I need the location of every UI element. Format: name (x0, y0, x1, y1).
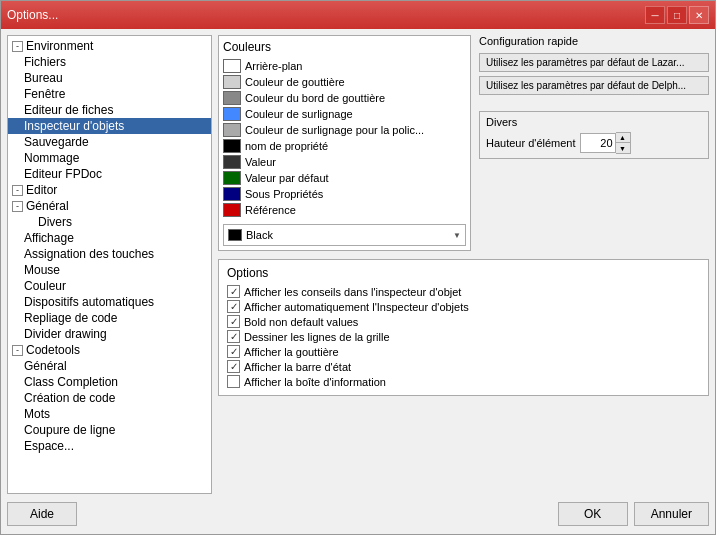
hauteur-label: Hauteur d'élément (486, 137, 576, 149)
color-swatch-value (223, 155, 241, 169)
tree-item-label: Fenêtre (24, 87, 65, 101)
tree-group-general[interactable]: - Général (8, 198, 211, 214)
option-checkbox-bold[interactable] (227, 315, 240, 328)
divers-panel: Divers Hauteur d'élément ▲ ▼ (479, 111, 709, 159)
tree-item-editeur-fiches[interactable]: Editeur de fiches (8, 102, 211, 118)
option-label-barre-etat: Afficher la barre d'état (244, 361, 351, 373)
tree-item-divers[interactable]: Divers (8, 214, 211, 230)
option-checkbox-barre-etat[interactable] (227, 360, 240, 373)
option-row-boite-info: Afficher la boîte d'information (227, 374, 700, 389)
option-row-barre-etat: Afficher la barre d'état (227, 359, 700, 374)
config-btn-lazar[interactable]: Utilisez les paramètres par défaut de La… (479, 53, 709, 72)
aide-button[interactable]: Aide (7, 502, 77, 526)
option-checkbox-boite-info[interactable] (227, 375, 240, 388)
tree-item-inspecteur[interactable]: Inspecteur d'objets (8, 118, 211, 134)
spin-up-button[interactable]: ▲ (616, 133, 630, 143)
color-row-bg[interactable]: Arrière-plan (223, 58, 466, 74)
option-checkbox-auto-inspecteur[interactable] (227, 300, 240, 313)
tree-item-label: Repliage de code (24, 311, 117, 325)
tree-item-label: Espace... (24, 439, 74, 453)
tree-item-nommage[interactable]: Nommage (8, 150, 211, 166)
option-label-bold: Bold non default values (244, 316, 358, 328)
color-row-reference[interactable]: Référence (223, 202, 466, 218)
title-bar: Options... ─ □ ✕ (1, 1, 715, 29)
color-label-default-value: Valeur par défaut (245, 172, 329, 184)
tree-group-editor[interactable]: - Editor (8, 182, 211, 198)
window-title: Options... (7, 8, 645, 22)
tree-item-label: Editeur FPDoc (24, 167, 102, 181)
tree-item-divider[interactable]: Divider drawing (8, 326, 211, 342)
color-label-bg: Arrière-plan (245, 60, 302, 72)
tree-group-codetools[interactable]: - Codetools (8, 342, 211, 358)
color-swatch-default-value (223, 171, 241, 185)
tree-item-bureau[interactable]: Bureau (8, 70, 211, 86)
option-checkbox-conseils[interactable] (227, 285, 240, 298)
hauteur-input[interactable] (580, 133, 616, 153)
tree-item-label: Général (24, 359, 67, 373)
tree-item-label: Inspecteur d'objets (24, 119, 124, 133)
options-title: Options (227, 266, 700, 280)
color-select-row: Black ▼ (223, 224, 466, 246)
color-row-value[interactable]: Valeur (223, 154, 466, 170)
tree-item-label: Mouse (24, 263, 60, 277)
annuler-button[interactable]: Annuler (634, 502, 709, 526)
expand-icon: - (12, 201, 23, 212)
tree-group-label: Codetools (26, 343, 80, 357)
tree-item-class-completion[interactable]: Class Completion (8, 374, 211, 390)
divers-row: Hauteur d'élément ▲ ▼ (486, 132, 702, 154)
tree-item-label: Coupure de ligne (24, 423, 115, 437)
couleurs-panel: Couleurs Arrière-plan Couleur de gouttiè… (218, 35, 471, 251)
minimize-button[interactable]: ─ (645, 6, 665, 24)
tree-item-mots[interactable]: Mots (8, 406, 211, 422)
color-row-highlight[interactable]: Couleur de surlignage (223, 106, 466, 122)
tree-item-label: Mots (24, 407, 50, 421)
tree-panel[interactable]: - Environment Fichiers Bureau Fenêtre Ed… (7, 35, 212, 494)
tree-item-couleur[interactable]: Couleur (8, 278, 211, 294)
tree-item-sauvegarde[interactable]: Sauvegarde (8, 134, 211, 150)
tree-item-affichage[interactable]: Affichage (8, 230, 211, 246)
color-row-gutter-border[interactable]: Couleur du bord de gouttière (223, 90, 466, 106)
right-panel: Couleurs Arrière-plan Couleur de gouttiè… (218, 35, 709, 494)
spinner-buttons: ▲ ▼ (616, 132, 631, 154)
color-row-gutter[interactable]: Couleur de gouttière (223, 74, 466, 90)
tree-item-editeur-fpdoc[interactable]: Editeur FPDoc (8, 166, 211, 182)
tree-item-label: Couleur (24, 279, 66, 293)
tree-item-mouse[interactable]: Mouse (8, 262, 211, 278)
config-btn-delphi[interactable]: Utilisez les paramètres par défaut de De… (479, 76, 709, 95)
color-label-sub-props: Sous Propriétés (245, 188, 323, 200)
tree-item-espace[interactable]: Espace... (8, 438, 211, 454)
expand-icon: - (12, 41, 23, 52)
color-swatch-reference (223, 203, 241, 217)
tree-item-assignation[interactable]: Assignation des touches (8, 246, 211, 262)
maximize-button[interactable]: □ (667, 6, 687, 24)
color-dropdown[interactable]: Black ▼ (223, 224, 466, 246)
color-row-default-value[interactable]: Valeur par défaut (223, 170, 466, 186)
tree-item-label: Fichiers (24, 55, 66, 69)
couleurs-title: Couleurs (223, 40, 466, 54)
color-label-value: Valeur (245, 156, 276, 168)
option-checkbox-goutiere[interactable] (227, 345, 240, 358)
ok-button[interactable]: OK (558, 502, 628, 526)
color-label-highlight-font: Couleur de surlignage pour la polic... (245, 124, 424, 136)
option-row-auto-inspecteur: Afficher automatiquement l'Inspecteur d'… (227, 299, 700, 314)
color-row-highlight-font[interactable]: Couleur de surlignage pour la polic... (223, 122, 466, 138)
tree-item-fenetre[interactable]: Fenêtre (8, 86, 211, 102)
color-swatch-highlight-font (223, 123, 241, 137)
tree-item-fichiers[interactable]: Fichiers (8, 54, 211, 70)
option-label-boite-info: Afficher la boîte d'information (244, 376, 386, 388)
tree-item-coupure[interactable]: Coupure de ligne (8, 422, 211, 438)
hauteur-spinner: ▲ ▼ (580, 132, 631, 154)
tree-item-repliage[interactable]: Repliage de code (8, 310, 211, 326)
spin-down-button[interactable]: ▼ (616, 143, 630, 153)
option-checkbox-grille[interactable] (227, 330, 240, 343)
tree-group-environment[interactable]: - Environment (8, 38, 211, 54)
tree-item-codetools-general[interactable]: Général (8, 358, 211, 374)
tree-item-creation-code[interactable]: Création de code (8, 390, 211, 406)
close-button[interactable]: ✕ (689, 6, 709, 24)
tree-item-dispositifs[interactable]: Dispositifs automatiques (8, 294, 211, 310)
option-row-conseils: Afficher les conseils dans l'inspecteur … (227, 284, 700, 299)
tree-group-label: Environment (26, 39, 93, 53)
color-row-prop-name[interactable]: nom de propriété (223, 138, 466, 154)
main-content: - Environment Fichiers Bureau Fenêtre Ed… (7, 35, 709, 494)
color-row-sub-props[interactable]: Sous Propriétés (223, 186, 466, 202)
